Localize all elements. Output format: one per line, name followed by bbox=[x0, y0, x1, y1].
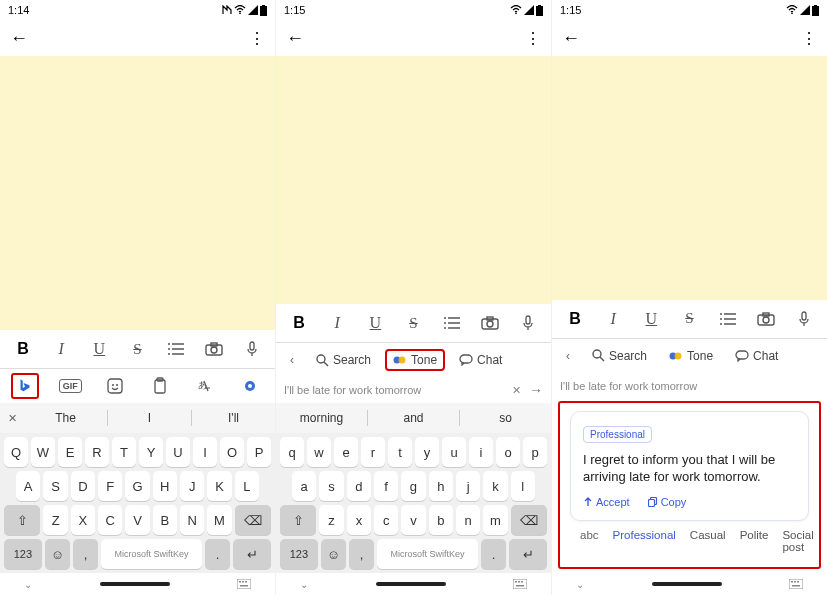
strike-button[interactable]: S bbox=[677, 307, 701, 331]
key-p[interactable]: P bbox=[247, 437, 271, 467]
list-icon[interactable] bbox=[716, 307, 740, 331]
key-y[interactable]: y bbox=[415, 437, 439, 467]
key-f[interactable]: F bbox=[98, 471, 122, 501]
clear-input-button[interactable]: ✕ bbox=[512, 384, 521, 397]
tone-tab-professional[interactable]: Professional bbox=[613, 529, 676, 553]
key-z[interactable]: z bbox=[319, 505, 343, 535]
suggestion-3[interactable]: I'll bbox=[192, 411, 275, 425]
chat-mode-button[interactable]: Chat bbox=[451, 349, 510, 371]
italic-button[interactable]: I bbox=[49, 337, 73, 361]
submit-arrow-button[interactable]: → bbox=[529, 382, 543, 398]
key-t[interactable]: T bbox=[112, 437, 136, 467]
key-n[interactable]: n bbox=[456, 505, 480, 535]
key-q[interactable]: Q bbox=[4, 437, 28, 467]
emoji-key[interactable]: ☺ bbox=[321, 539, 346, 569]
key-h[interactable]: h bbox=[429, 471, 453, 501]
bold-button[interactable]: B bbox=[11, 337, 35, 361]
search-mode-button[interactable]: Search bbox=[308, 349, 379, 371]
list-icon[interactable] bbox=[440, 311, 464, 335]
key-i[interactable]: i bbox=[469, 437, 493, 467]
key-d[interactable]: D bbox=[71, 471, 95, 501]
underline-button[interactable]: U bbox=[363, 311, 387, 335]
mic-icon[interactable] bbox=[240, 337, 264, 361]
tone-input-text[interactable]: I'll be late for work tomorrow bbox=[284, 384, 512, 396]
camera-icon[interactable] bbox=[478, 311, 502, 335]
key-x[interactable]: x bbox=[347, 505, 371, 535]
numeric-key[interactable]: 123 bbox=[4, 539, 42, 569]
key-h[interactable]: H bbox=[153, 471, 177, 501]
search-mode-button[interactable]: Search bbox=[584, 345, 655, 367]
more-button[interactable]: ⋮ bbox=[525, 29, 541, 48]
key-j[interactable]: j bbox=[456, 471, 480, 501]
translate-button[interactable]: あ bbox=[183, 372, 226, 400]
key-f[interactable]: f bbox=[374, 471, 398, 501]
accept-button[interactable]: Accept bbox=[583, 496, 630, 508]
nav-home-pill[interactable] bbox=[652, 582, 722, 586]
key-c[interactable]: c bbox=[374, 505, 398, 535]
back-button[interactable]: ← bbox=[562, 28, 580, 49]
key-s[interactable]: S bbox=[43, 471, 67, 501]
nav-caret-icon[interactable]: ⌄ bbox=[300, 579, 308, 590]
suggestion-3[interactable]: so bbox=[460, 411, 551, 425]
tone-input-text[interactable]: I'll be late for work tomorrow bbox=[560, 380, 819, 392]
key-e[interactable]: E bbox=[58, 437, 82, 467]
key-b[interactable]: B bbox=[153, 505, 177, 535]
key-a[interactable]: A bbox=[16, 471, 40, 501]
key-p[interactable]: p bbox=[523, 437, 547, 467]
suggestion-2[interactable]: and bbox=[368, 411, 459, 425]
gif-button[interactable]: GIF bbox=[49, 372, 92, 400]
key-z[interactable]: Z bbox=[43, 505, 67, 535]
tone-tab-casual[interactable]: Casual bbox=[690, 529, 726, 553]
key-m[interactable]: m bbox=[483, 505, 507, 535]
key-l[interactable]: l bbox=[511, 471, 535, 501]
bold-button[interactable]: B bbox=[563, 307, 587, 331]
suggestion-1[interactable]: morning bbox=[276, 411, 367, 425]
key-v[interactable]: v bbox=[401, 505, 425, 535]
underline-button[interactable]: U bbox=[639, 307, 663, 331]
italic-button[interactable]: I bbox=[601, 307, 625, 331]
strike-button[interactable]: S bbox=[125, 337, 149, 361]
key-s[interactable]: s bbox=[319, 471, 343, 501]
clipboard-button[interactable] bbox=[138, 372, 181, 400]
abc-toggle[interactable]: abc bbox=[580, 529, 599, 553]
more-button[interactable]: ⋮ bbox=[249, 29, 265, 48]
key-g[interactable]: G bbox=[125, 471, 149, 501]
key-j[interactable]: J bbox=[180, 471, 204, 501]
space-key[interactable]: Microsoft SwiftKey bbox=[377, 539, 478, 569]
key-r[interactable]: r bbox=[361, 437, 385, 467]
close-suggestions[interactable]: ✕ bbox=[0, 412, 24, 425]
backspace-key[interactable]: ⌫ bbox=[235, 505, 271, 535]
key-l[interactable]: L bbox=[235, 471, 259, 501]
key-e[interactable]: e bbox=[334, 437, 358, 467]
key-a[interactable]: a bbox=[292, 471, 316, 501]
key-w[interactable]: W bbox=[31, 437, 55, 467]
enter-key[interactable]: ↵ bbox=[233, 539, 271, 569]
key-u[interactable]: U bbox=[166, 437, 190, 467]
key-i[interactable]: I bbox=[193, 437, 217, 467]
bing-button[interactable] bbox=[4, 372, 47, 400]
key-w[interactable]: w bbox=[307, 437, 331, 467]
key-b[interactable]: b bbox=[429, 505, 453, 535]
key-x[interactable]: X bbox=[71, 505, 95, 535]
bing-back-button[interactable]: ‹ bbox=[282, 353, 302, 367]
nav-caret-icon[interactable]: ⌄ bbox=[576, 579, 584, 590]
comma-key[interactable]: , bbox=[349, 539, 374, 569]
key-c[interactable]: C bbox=[98, 505, 122, 535]
period-key[interactable]: . bbox=[205, 539, 230, 569]
key-y[interactable]: Y bbox=[139, 437, 163, 467]
location-button[interactable] bbox=[228, 372, 271, 400]
key-n[interactable]: N bbox=[180, 505, 204, 535]
bing-back-button[interactable]: ‹ bbox=[558, 349, 578, 363]
italic-button[interactable]: I bbox=[325, 311, 349, 335]
copy-button[interactable]: Copy bbox=[648, 496, 687, 508]
key-g[interactable]: g bbox=[401, 471, 425, 501]
note-body[interactable] bbox=[552, 56, 827, 300]
key-k[interactable]: k bbox=[483, 471, 507, 501]
period-key[interactable]: . bbox=[481, 539, 506, 569]
nav-caret-icon[interactable]: ⌄ bbox=[24, 579, 32, 590]
shift-key[interactable]: ⇧ bbox=[280, 505, 316, 535]
underline-button[interactable]: U bbox=[87, 337, 111, 361]
enter-key[interactable]: ↵ bbox=[509, 539, 547, 569]
back-button[interactable]: ← bbox=[286, 28, 304, 49]
comma-key[interactable]: , bbox=[73, 539, 98, 569]
